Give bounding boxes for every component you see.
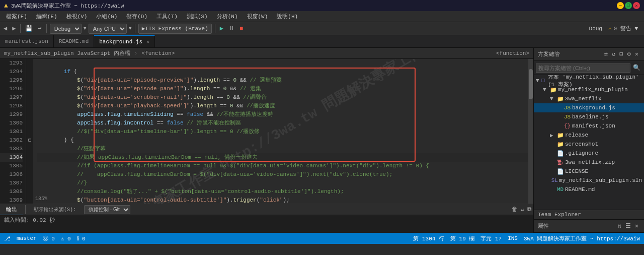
- line-num-1309: 1309: [0, 196, 23, 204]
- menu-edit[interactable]: 編輯(E): [32, 12, 61, 21]
- properties-toolbar: ⇅ ☰ ✕: [616, 221, 640, 231]
- code-line-1306: // appClass.flag.timelineBarDom = $("div…: [37, 170, 528, 179]
- solution-search-input[interactable]: [536, 63, 630, 73]
- save-icon[interactable]: 💾: [24, 24, 34, 33]
- editor-and-bottom: my_netflix_sub_plugin JavaScript 內容檔 › <…: [0, 48, 533, 233]
- se-refresh-icon[interactable]: ↺: [610, 49, 617, 59]
- code-line-1305: //if (appClass.flag.timelineBarDom == nu…: [37, 162, 528, 170]
- tree-sln[interactable]: SL my_netflix_sub_plugin.sln: [534, 176, 644, 185]
- tree-project[interactable]: ▼ 📁 my_netflix_sub_plugin: [534, 85, 644, 94]
- code-line-1301: //$("div[data-uia='timeline-bar']").leng…: [37, 128, 528, 136]
- tab-background[interactable]: background.js ✕: [94, 35, 155, 47]
- props-cat-icon[interactable]: ☰: [624, 221, 632, 231]
- right-scrollbar[interactable]: [528, 59, 533, 204]
- fold-1302[interactable]: ⊟: [26, 136, 33, 145]
- tree-manifest-json[interactable]: {} manifest.json: [534, 121, 644, 131]
- full-editor: my_netflix_sub_plugin JavaScript 內容檔 › <…: [0, 48, 644, 233]
- menu-window[interactable]: 視窗(W): [243, 12, 272, 21]
- tree-sln-label: my_netflix_sub_plugin.sln: [559, 177, 642, 183]
- stop-icon[interactable]: ■: [238, 24, 245, 33]
- menu-analyze[interactable]: 分析(N): [213, 12, 242, 21]
- tree-screenshot[interactable]: 📁 screenshot: [534, 140, 644, 149]
- tree-readme[interactable]: MD README.md: [534, 185, 644, 194]
- undo-icon[interactable]: ↩: [36, 24, 43, 33]
- iis-express-btn[interactable]: ▶ IIS Express (Brave): [138, 24, 212, 34]
- title-bar-left: ▲ 3WA問題解決專家工作室 ~ https://3waiw: [4, 2, 124, 10]
- close-button[interactable]: ✕: [633, 2, 640, 9]
- tree-zip[interactable]: 🗜 3wa_netflix.zip: [534, 158, 644, 167]
- props-close-icon[interactable]: ✕: [633, 221, 640, 231]
- status-ins: INS: [508, 235, 518, 241]
- tab-manifest[interactable]: manifest.json: [0, 35, 54, 47]
- scrollbar-thumb[interactable]: [529, 69, 533, 99]
- pause-icon[interactable]: ⏸: [227, 24, 236, 33]
- se-settings-icon[interactable]: ⚙: [626, 49, 632, 59]
- menu-team[interactable]: 小組(G): [92, 12, 121, 21]
- solution-explorer-label: 方案總管: [538, 50, 560, 58]
- tab-readme[interactable]: README.md: [54, 35, 94, 47]
- bottom-content: 載入時間: 0.02 秒: [0, 215, 533, 233]
- clear-output-icon[interactable]: 🗑: [510, 205, 519, 214]
- tab-close-icon[interactable]: ✕: [146, 39, 149, 45]
- status-char: 字元 17: [480, 235, 502, 242]
- code-text-area[interactable]: 解決專家工作室 http://3wa.tw 問題解決專家工作室 if ( $("…: [33, 59, 528, 204]
- maximize-button[interactable]: □: [625, 2, 632, 9]
- status-right: 第 1304 行 第 19 欄 字元 17 INS 3WA 問題解決專家工作室 …: [413, 235, 640, 242]
- platform-select[interactable]: Any CPU: [89, 24, 127, 34]
- tree-baseline-js[interactable]: JS baseline.js: [534, 112, 644, 121]
- code-line-1309: $("button[data-uia='control-audio-subtit…: [37, 196, 528, 204]
- line-num-1301: 1301: [0, 128, 23, 136]
- code-line-1308: //console.log("點了..." + $("button[data-u…: [37, 187, 528, 196]
- code-line-1302: ) {: [37, 136, 528, 145]
- output-tab[interactable]: 輸出: [0, 204, 23, 215]
- warning-count: ⚠ 0: [61, 235, 71, 242]
- debug-mode-select[interactable]: Debug: [50, 24, 82, 34]
- tree-manifest-label: manifest.json: [572, 123, 615, 129]
- tree-3wa-folder[interactable]: ▼ 📁 3wa_netflix: [534, 94, 644, 103]
- search-icon[interactable]: 🔍: [631, 63, 642, 73]
- status-bar: ⎇ master ⓪ 0 ⚠ 0 ℹ 0 第 1304 行 第 19 欄 字元 …: [0, 233, 644, 244]
- tree-solution-root[interactable]: ▼ □ 方案 'my_netflix_sub_plugin' (1 專案): [534, 76, 644, 85]
- run-icon[interactable]: ▶: [218, 24, 225, 33]
- props-sort-icon[interactable]: ⇅: [616, 221, 623, 231]
- code-scroll-area[interactable]: 1293 1294 1295 1296 1297 1298 1299 1300 …: [0, 59, 533, 204]
- tree-screenshot-label: screenshot: [565, 141, 598, 147]
- line-num-1298: 1298: [0, 102, 23, 110]
- tree-project-label: my_netflix_sub_plugin: [558, 87, 628, 93]
- tab-background-label: background.js: [99, 39, 142, 45]
- se-close-icon[interactable]: ✕: [633, 49, 640, 59]
- se-sync-icon[interactable]: ⇄: [603, 49, 609, 59]
- back-icon[interactable]: ◀: [2, 24, 9, 33]
- title-bar-controls[interactable]: ─ □ ✕: [617, 2, 640, 9]
- menu-store[interactable]: 儲存(D): [122, 12, 151, 21]
- copy-icon[interactable]: ⧉: [526, 205, 533, 214]
- sln-icon: SL: [551, 177, 558, 183]
- menu-view[interactable]: 檢視(V): [62, 12, 92, 21]
- status-right-text: 3WA 問題解決專家工作室 ~ https://3waiw: [524, 235, 640, 242]
- error-count: ⓪ 0: [43, 235, 55, 242]
- tree-release[interactable]: ▶ 📁 release: [534, 131, 644, 140]
- tree-background-js[interactable]: JS background.js: [534, 103, 644, 112]
- filepath-function2: <function>: [496, 50, 529, 56]
- solution-tree: ▼ □ 方案 'my_netflix_sub_plugin' (1 專案) ▼ …: [534, 75, 644, 210]
- sep2: [46, 24, 47, 33]
- forward-icon[interactable]: ▶: [11, 24, 17, 33]
- menu-test[interactable]: 測試(S): [183, 12, 212, 21]
- zip-icon: 🗜: [557, 159, 564, 166]
- se-collapse-icon[interactable]: ⊟: [618, 49, 624, 59]
- title-bar-title: 3WA問題解決專家工作室 ~ https://3waiw: [11, 2, 124, 10]
- line-num-1308: 1308: [0, 187, 23, 196]
- minimize-button[interactable]: ─: [617, 2, 624, 9]
- sep1: [20, 24, 21, 33]
- output-source-select[interactable]: 偵錯控制 - Git: [84, 205, 130, 214]
- menu-tools[interactable]: 工具(T): [152, 12, 182, 21]
- tree-license[interactable]: 📄 LICENSE: [534, 167, 644, 176]
- line-num-1302: 1302: [0, 136, 23, 145]
- tree-gitignore[interactable]: 📄 .gitignore: [534, 149, 644, 158]
- menu-file[interactable]: 檔案(F): [2, 12, 31, 21]
- word-wrap-icon[interactable]: ↵: [519, 205, 526, 214]
- menu-help[interactable]: 說明(H): [273, 12, 302, 21]
- filepath-function1: <function>: [141, 50, 175, 56]
- warning-text: 0 警告 ▼: [614, 25, 638, 32]
- code-line-1307: //}: [37, 179, 528, 187]
